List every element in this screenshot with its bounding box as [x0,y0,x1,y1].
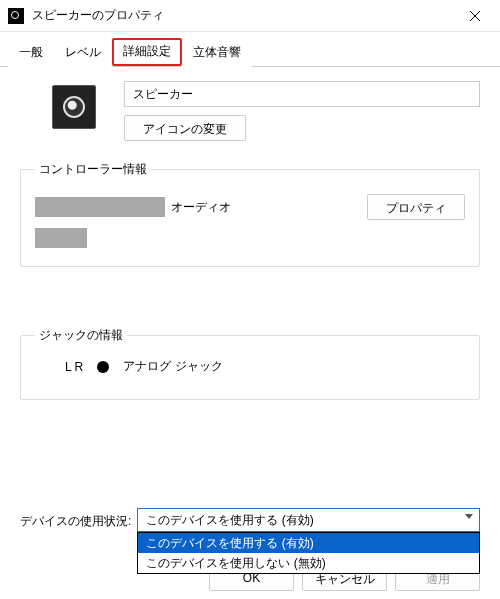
device-icon [52,85,96,129]
jack-legend: ジャックの情報 [35,327,127,344]
tab-spatial[interactable]: 立体音響 [182,39,252,67]
jack-color-icon [97,361,109,373]
jack-lr-label: L R [65,360,83,374]
speaker-window-icon [8,8,24,24]
close-icon [469,10,481,22]
titlebar: スピーカーのプロパティ [0,0,500,32]
change-icon-button[interactable]: アイコンの変更 [124,115,246,141]
tab-content-general: アイコンの変更 コントローラー情報 オーディオ プロパティ ジャックの情報 L … [0,67,500,400]
device-usage-selected: このデバイスを使用する (有効) [146,512,313,529]
device-usage-combobox[interactable]: このデバイスを使用する (有効) [137,508,480,532]
jack-type-label: アナログ ジャック [123,358,222,375]
redacted-vendor [35,197,165,217]
controller-properties-button[interactable]: プロパティ [367,194,465,220]
controller-info-group: コントローラー情報 オーディオ プロパティ [20,161,480,267]
jack-info-group: ジャックの情報 L R アナログ ジャック [20,327,480,400]
redacted-model [35,228,87,248]
device-usage-row: デバイスの使用状況: このデバイスを使用する (有効) このデバイスを使用する … [20,508,480,532]
tab-level[interactable]: レベル [54,39,112,67]
device-usage-dropdown: このデバイスを使用する (有効) このデバイスを使用しない (無効) [137,532,480,574]
tab-bar: 一般 レベル 詳細設定 立体音響 [0,32,500,67]
device-name-input[interactable] [124,81,480,107]
tab-advanced[interactable]: 詳細設定 [112,38,182,66]
controller-legend: コントローラー情報 [35,161,151,178]
close-button[interactable] [452,1,498,31]
usage-option-disable[interactable]: このデバイスを使用しない (無効) [138,553,479,573]
usage-option-enable[interactable]: このデバイスを使用する (有効) [138,533,479,553]
controller-audio-label: オーディオ [171,199,231,216]
device-usage-label: デバイスの使用状況: [20,508,131,530]
window-title: スピーカーのプロパティ [32,7,452,24]
tab-general[interactable]: 一般 [8,39,54,67]
chevron-down-icon [465,514,473,519]
